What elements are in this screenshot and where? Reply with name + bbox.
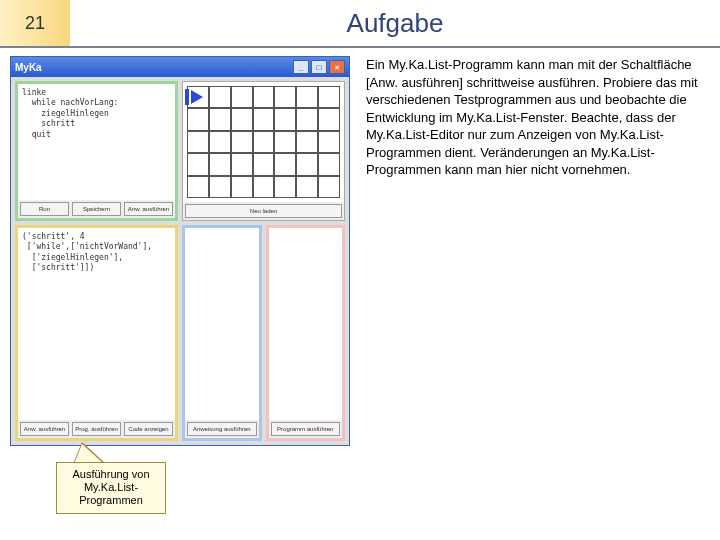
maximize-button[interactable]: □ <box>311 60 327 74</box>
code-anzeigen-button[interactable]: Code anzeigen <box>124 422 173 436</box>
window-title: MyKa <box>15 62 293 73</box>
anw-ausfuehren-button[interactable]: Anw. ausführen <box>20 422 69 436</box>
task-description: Ein My.Ka.List-Programm kann man mit der… <box>360 56 710 446</box>
save-button[interactable]: Speichern <box>72 202 121 216</box>
slide-header: 21 Aufgabe <box>0 0 720 48</box>
world-pane: Neu laden <box>182 81 345 221</box>
close-button[interactable]: × <box>329 60 345 74</box>
anweisung-ausfuehren-button[interactable]: Anweisung ausführen <box>187 422 257 436</box>
output-panes: Anweisung ausführen Programm ausführen <box>182 225 345 441</box>
slide-body: MyKa _ □ × linke while nachVorLang: zieg… <box>0 48 720 454</box>
programm-ausfuehren-button[interactable]: Programm ausführen <box>271 422 341 436</box>
robot-marker-bar <box>185 89 189 105</box>
page-number: 21 <box>0 0 70 46</box>
app-window: MyKa _ □ × linke while nachVorLang: zieg… <box>10 56 350 446</box>
code-pane: linke while nachVorLang: ziegelHinlegen … <box>15 81 178 221</box>
reload-button[interactable]: Neu laden <box>185 204 342 218</box>
window-titlebar: MyKa _ □ × <box>11 57 349 77</box>
pink-pane: Programm ausführen <box>266 225 346 441</box>
list-text: ('schritt', 4 ['while',['nichtVorWand'],… <box>18 228 175 420</box>
prog-ausfuehren-button[interactable]: Prog. ausführen <box>72 422 121 436</box>
blue-pane: Anweisung ausführen <box>182 225 262 441</box>
exec-instruction-button[interactable]: Anw. ausführen <box>124 202 173 216</box>
callout-tail <box>74 444 104 464</box>
callout-box: Ausführung von My.Ka.List- Programmen <box>56 462 166 514</box>
run-button[interactable]: Run <box>20 202 69 216</box>
list-pane: ('schritt', 4 ['while',['nichtVorWand'],… <box>15 225 178 441</box>
minimize-button[interactable]: _ <box>293 60 309 74</box>
slide-title: Aufgabe <box>70 0 720 46</box>
code-text: linke while nachVorLang: ziegelHinlegen … <box>18 84 175 200</box>
robot-arrow-icon <box>191 90 203 104</box>
world-grid <box>183 82 344 202</box>
